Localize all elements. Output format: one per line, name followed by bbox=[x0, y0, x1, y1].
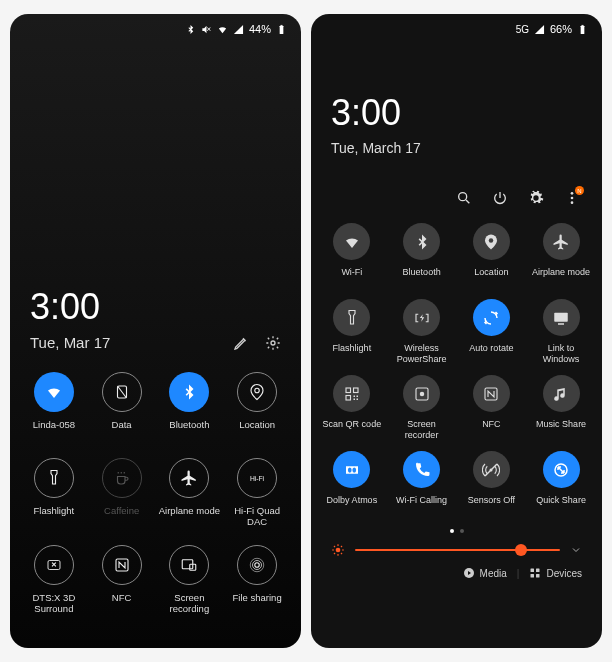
tile-label: Bluetooth bbox=[403, 267, 441, 289]
brightness-icon bbox=[331, 543, 345, 557]
tile-musicshare[interactable]: Music Share bbox=[526, 372, 596, 447]
pager-dots[interactable] bbox=[311, 523, 602, 537]
nfc-icon bbox=[473, 375, 510, 412]
tile-label: Dolby Atmos bbox=[327, 495, 378, 517]
svg-point-34 bbox=[348, 467, 352, 472]
date-row: Tue, Mar 17 bbox=[10, 328, 301, 367]
date: Tue, Mar 17 bbox=[30, 334, 233, 351]
tile-nfc-r[interactable]: NFC bbox=[457, 372, 527, 447]
svg-rect-22 bbox=[558, 323, 564, 325]
tile-label: Screen recorder bbox=[391, 419, 453, 441]
tile-location[interactable]: Location bbox=[223, 367, 291, 449]
svg-point-2 bbox=[271, 341, 275, 345]
chevron-down-icon[interactable] bbox=[570, 544, 582, 556]
tile-bluetooth[interactable]: Bluetooth bbox=[156, 367, 224, 449]
settings-icon[interactable] bbox=[265, 335, 281, 351]
settings-icon[interactable] bbox=[528, 190, 544, 206]
footer-buttons: Media | Devices bbox=[311, 561, 602, 589]
tile-dolby[interactable]: Dolby Atmos bbox=[317, 448, 387, 523]
airplane-icon bbox=[543, 223, 580, 260]
fileshare-icon bbox=[237, 545, 277, 585]
tile-sensorsoff[interactable]: Sensors Off bbox=[457, 448, 527, 523]
tile-quickshare[interactable]: Quick Share bbox=[526, 448, 596, 523]
svg-rect-0 bbox=[280, 25, 284, 33]
tile-linkwin[interactable]: Link to Windows bbox=[526, 296, 596, 371]
svg-rect-15 bbox=[582, 24, 584, 25]
notif-badge: N bbox=[575, 186, 584, 195]
brightness-slider[interactable] bbox=[311, 537, 602, 561]
svg-rect-40 bbox=[531, 569, 535, 573]
clock: 3:00 bbox=[10, 286, 301, 328]
dot-1 bbox=[450, 529, 454, 533]
tile-caffeine[interactable]: Caffeine bbox=[88, 453, 156, 536]
svg-point-17 bbox=[571, 192, 574, 195]
tile-bluetooth-r[interactable]: Bluetooth bbox=[387, 220, 457, 295]
tile-label: Data bbox=[112, 419, 132, 441]
svg-rect-26 bbox=[353, 395, 355, 397]
more-icon[interactable]: N bbox=[564, 190, 580, 206]
tile-label: Flashlight bbox=[34, 505, 75, 527]
tile-flashlight[interactable]: Flashlight bbox=[20, 453, 88, 536]
svg-rect-21 bbox=[554, 312, 568, 321]
tile-label: DTS:X 3D Surround bbox=[23, 592, 85, 615]
date-row: Tue, March 17 bbox=[311, 134, 602, 172]
tile-airplane[interactable]: Airplane mode bbox=[156, 453, 224, 536]
tile-label: Airplane mode bbox=[532, 267, 590, 289]
tile-dtsx[interactable]: ✕DTS:X 3D Surround bbox=[20, 540, 88, 623]
edit-icon[interactable] bbox=[233, 335, 249, 351]
tile-hifidac[interactable]: Hi-FiHi-Fi Quad DAC bbox=[223, 453, 291, 536]
tile-airplane-r[interactable]: Airplane mode bbox=[526, 220, 596, 295]
tile-autorotate[interactable]: Auto rotate bbox=[457, 296, 527, 371]
flashlight-icon bbox=[333, 299, 370, 336]
tile-label: Flashlight bbox=[333, 343, 372, 365]
tile-screenrec-l[interactable]: Screen recording bbox=[156, 540, 224, 623]
svg-point-20 bbox=[489, 238, 494, 243]
battery-icon bbox=[577, 24, 588, 35]
svg-rect-29 bbox=[356, 398, 358, 400]
tile-nfc[interactable]: NFC bbox=[88, 540, 156, 623]
svg-point-18 bbox=[571, 197, 574, 200]
svg-rect-27 bbox=[356, 395, 358, 397]
svg-point-35 bbox=[352, 467, 356, 472]
svg-text:✕: ✕ bbox=[51, 561, 57, 568]
tile-wificall[interactable]: Wi-Fi Calling bbox=[387, 448, 457, 523]
clock: 3:00 bbox=[311, 92, 602, 134]
tile-powershare[interactable]: Wireless PowerShare bbox=[387, 296, 457, 371]
date: Tue, March 17 bbox=[331, 140, 582, 156]
tile-label: Location bbox=[239, 419, 275, 441]
airplane-icon bbox=[169, 458, 209, 498]
tile-screenrec[interactable]: Screen recorder bbox=[387, 372, 457, 447]
dtsx-icon: ✕ bbox=[34, 545, 74, 585]
brightness-thumb[interactable] bbox=[515, 544, 527, 556]
right-phone: 5G 66% 3:00 Tue, March 17 N Wi-FiBluetoo… bbox=[311, 14, 602, 648]
tile-label: Music Share bbox=[536, 419, 586, 441]
tile-fileshare[interactable]: File sharing bbox=[223, 540, 291, 623]
data-icon bbox=[102, 372, 142, 412]
svg-point-11 bbox=[255, 563, 260, 568]
tile-data[interactable]: Data bbox=[88, 367, 156, 449]
media-button[interactable]: Media bbox=[463, 567, 507, 579]
svg-rect-41 bbox=[536, 569, 540, 573]
statusbar-left: 44% bbox=[10, 14, 301, 44]
tile-location-r[interactable]: Location bbox=[457, 220, 527, 295]
tile-label: Screen recording bbox=[158, 592, 220, 615]
tile-label: Quick Share bbox=[536, 495, 586, 517]
svg-rect-14 bbox=[581, 25, 585, 33]
flashlight-icon bbox=[34, 458, 74, 498]
battery-pct: 44% bbox=[249, 23, 271, 35]
power-icon[interactable] bbox=[492, 190, 508, 206]
tile-label: Hi-Fi Quad DAC bbox=[226, 505, 288, 528]
battery-pct: 66% bbox=[550, 23, 572, 35]
tile-label: Bluetooth bbox=[169, 419, 209, 441]
svg-point-16 bbox=[459, 193, 467, 201]
brightness-track[interactable] bbox=[355, 549, 560, 551]
tile-scanqr[interactable]: Scan QR code bbox=[317, 372, 387, 447]
tile-wifi[interactable]: Linda-058 bbox=[20, 367, 88, 449]
svg-point-31 bbox=[419, 391, 424, 396]
devices-button[interactable]: Devices bbox=[529, 567, 582, 579]
tile-wifi-r[interactable]: Wi-Fi bbox=[317, 220, 387, 295]
tile-flashlight-r[interactable]: Flashlight bbox=[317, 296, 387, 371]
svg-rect-25 bbox=[346, 395, 351, 400]
tile-label: Auto rotate bbox=[469, 343, 513, 365]
search-icon[interactable] bbox=[456, 190, 472, 206]
